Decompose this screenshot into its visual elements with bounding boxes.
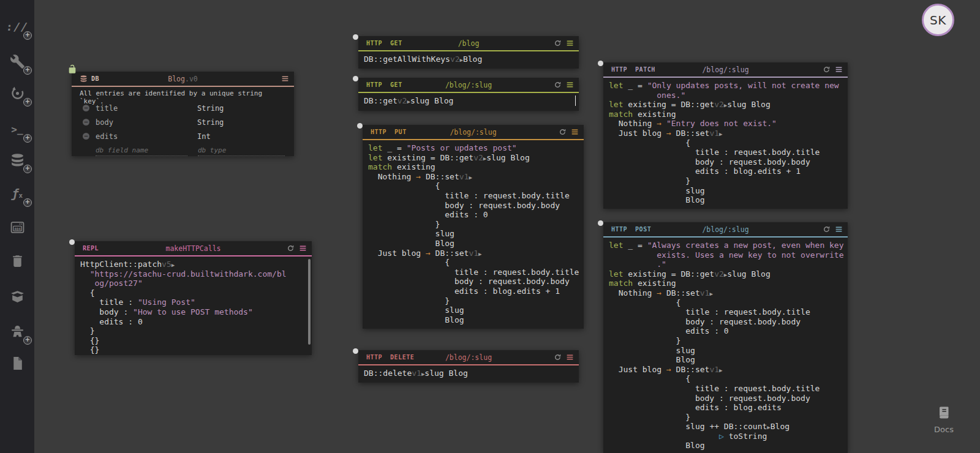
code-token[interactable]: edits : 0 — [609, 326, 729, 335]
refresh-icon[interactable] — [287, 244, 295, 252]
handler-route[interactable]: /blog/:slug — [405, 128, 541, 137]
code-line[interactable]: exists. Uses a new key to not overwrite — [609, 250, 843, 260]
code-token[interactable]: ▶ — [719, 131, 722, 137]
code-token[interactable] — [662, 119, 666, 128]
code-line[interactable]: Blog — [609, 441, 843, 451]
code-line[interactable]: let _ = "Only updates posts, will not cr… — [609, 81, 843, 91]
sidebar-item-functions[interactable]: ƒx+ — [0, 180, 34, 207]
code-token[interactable]: toString — [724, 432, 767, 441]
code-line[interactable]: body : request.body.body — [609, 317, 843, 327]
code-line[interactable]: body : request.body.body — [368, 277, 579, 286]
code-token[interactable]: ▶ — [709, 291, 712, 297]
code-line[interactable]: edits : blog.edits — [609, 403, 843, 413]
code-line[interactable]: let _ = "Posts or updates post" — [368, 143, 579, 153]
toplevel-grab-dot[interactable] — [598, 61, 603, 66]
code-token[interactable]: Nothing — [368, 172, 416, 181]
code-token[interactable]: Nothing — [609, 288, 657, 298]
code-line[interactable]: body : "How to use POST methods" — [80, 307, 307, 317]
code-line[interactable]: Blog — [609, 355, 843, 365]
code-token[interactable]: slug — [368, 229, 454, 238]
code-token[interactable]: DB::set — [431, 249, 469, 258]
minus-icon[interactable]: − — [83, 105, 89, 111]
code-token[interactable]: } — [609, 176, 690, 185]
code-token[interactable]: edits : 0 — [80, 317, 143, 326]
code-token[interactable]: v1 — [412, 369, 421, 378]
code-token[interactable]: match — [609, 279, 633, 288]
code-line[interactable]: } — [368, 220, 579, 230]
code-token[interactable]: → — [657, 288, 662, 298]
code-token[interactable]: v1 — [709, 365, 719, 374]
code-token[interactable]: existing = DB::get — [623, 269, 714, 279]
menu-icon[interactable] — [835, 225, 843, 233]
code-token[interactable]: body : request.body.body — [609, 157, 810, 167]
code-line[interactable]: title : request.body.title — [609, 307, 843, 317]
toplevel-grab-dot[interactable] — [69, 239, 75, 245]
code-line[interactable]: edits : 0 — [609, 326, 843, 336]
code-token[interactable]: → — [416, 172, 421, 181]
code-token[interactable]: Blog — [771, 422, 790, 431]
code-line[interactable]: } — [609, 413, 843, 422]
add-http-handlers-button[interactable]: + — [23, 31, 32, 40]
code-token[interactable]: Blog — [368, 315, 464, 324]
code-line[interactable]: Blog — [609, 195, 843, 205]
code-line[interactable]: let existing = DB::getv2▶slug Blog — [609, 100, 843, 110]
code-token[interactable]: slug — [609, 346, 695, 355]
code-line[interactable]: edits : blog.edits + 1 — [609, 167, 843, 176]
code-token[interactable]: ▶ — [719, 367, 722, 373]
panel-http-get-blog-slug[interactable]: HTTPGET/blog/:slugDB::getv2▶slug Blog — [358, 78, 579, 111]
code-line[interactable]: Just blog → DB::setv1▶ — [368, 249, 579, 258]
code-token[interactable]: exists. Uses a new key to not overwrite — [609, 250, 844, 260]
code-token[interactable]: slug — [609, 422, 709, 431]
code-token[interactable]: match — [609, 110, 633, 119]
code-line[interactable]: DB::deletev1▶slug Blog — [364, 369, 574, 378]
code-token[interactable]: match — [368, 162, 392, 171]
code-line[interactable]: Blog — [368, 239, 579, 249]
code-token[interactable]: HttpClient::patch — [80, 260, 162, 269]
code-token[interactable]: { — [368, 181, 440, 190]
code-token[interactable]: og/post27" — [94, 279, 142, 288]
code-line[interactable]: Nothing → DB::setv1▶ — [368, 172, 579, 182]
sidebar-item-files[interactable] — [0, 350, 34, 376]
handler-route[interactable]: /blog — [401, 39, 536, 48]
sidebar-item-workers[interactable]: + — [0, 48, 34, 75]
code-token[interactable] — [609, 432, 719, 441]
add-secrets-button[interactable]: + — [23, 336, 32, 345]
scrollbar[interactable] — [308, 259, 311, 345]
menu-icon[interactable] — [566, 39, 574, 47]
code-token[interactable]: v2 — [714, 269, 724, 279]
code-token[interactable]: ." — [609, 260, 666, 269]
minus-icon[interactable]: − — [83, 133, 89, 140]
menu-icon[interactable] — [566, 81, 574, 89]
code-token[interactable]: DB::count — [719, 422, 767, 431]
code-token[interactable]: { — [609, 374, 690, 383]
menu-icon[interactable] — [571, 128, 579, 136]
code-token[interactable]: DB::delete — [364, 369, 412, 378]
db-type-input[interactable]: db type — [198, 146, 285, 156]
db-field-name[interactable]: title — [96, 104, 197, 113]
code-line[interactable]: DB::getv2▶slug Blog — [364, 96, 574, 106]
code-token[interactable]: DB::set — [662, 288, 700, 298]
code-line[interactable]: title : request.body.title — [609, 148, 843, 157]
code-token[interactable]: v1 — [700, 288, 710, 298]
code-token[interactable]: Just blog — [609, 129, 666, 138]
toplevel-grab-dot[interactable] — [353, 348, 358, 354]
code-token[interactable] — [80, 279, 94, 288]
code-line[interactable]: } — [80, 326, 307, 336]
code-line[interactable]: slug — [368, 305, 579, 315]
code-token[interactable]: slug Blog — [486, 153, 529, 162]
code-token[interactable]: "https://stachu-crud.builtwithdark.com/b… — [90, 269, 287, 279]
code-token[interactable]: _ = — [623, 81, 647, 90]
refresh-icon[interactable] — [554, 39, 562, 47]
panel-repl-makehttpcalls[interactable]: REPLmakeHTTPCallsHttpClient::patchv5▶ "h… — [75, 241, 312, 355]
code-token[interactable]: DB::set — [421, 172, 459, 181]
db-field-row[interactable]: −titleString — [72, 101, 294, 115]
handler-route[interactable]: makeHTTPCalls — [118, 244, 269, 253]
code-token[interactable]: slug — [609, 186, 705, 195]
menu-icon[interactable] — [835, 66, 843, 73]
handler-route[interactable]: /blog/:slug — [646, 225, 805, 234]
code-token[interactable]: title : request.body.title — [368, 268, 579, 277]
code-line[interactable]: edits : blog.edits + 1 — [368, 286, 579, 296]
refresh-icon[interactable] — [554, 81, 562, 89]
code-line[interactable]: slug — [368, 229, 579, 239]
code-token[interactable]: let — [368, 153, 382, 162]
